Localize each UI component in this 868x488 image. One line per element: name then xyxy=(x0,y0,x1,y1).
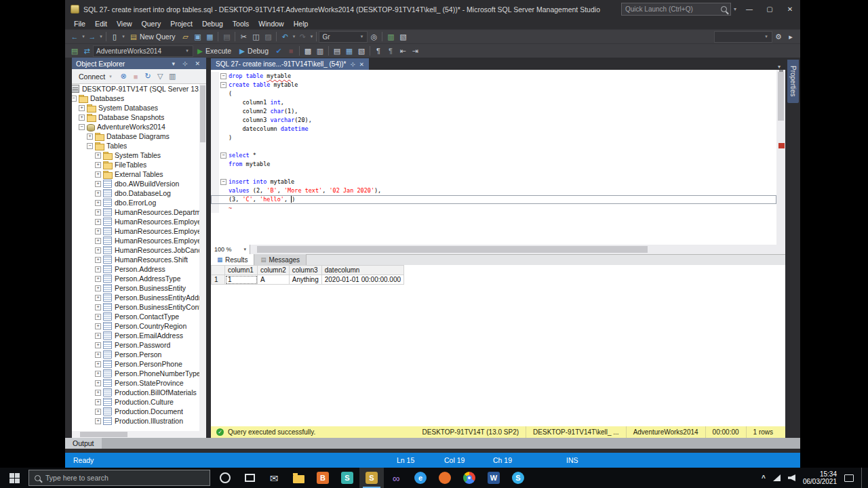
code-line[interactable]: from mytable xyxy=(211,160,776,169)
tree-expander[interactable]: + xyxy=(95,304,101,310)
uncomment-icon[interactable]: ¶ xyxy=(384,45,397,57)
tree-expander[interactable]: + xyxy=(95,352,101,358)
quick-launch-dropdown-icon[interactable]: ▾ xyxy=(731,6,739,12)
close-button[interactable]: ✕ xyxy=(780,0,800,18)
code-line[interactable]: column2 char(1), xyxy=(211,107,776,116)
tree-expander[interactable]: + xyxy=(95,285,101,291)
tree-item[interactable]: +dbo.ErrorLog xyxy=(95,198,206,207)
results-file-icon[interactable]: ▧ xyxy=(355,45,368,57)
scrollbar-thumb[interactable] xyxy=(778,72,784,121)
quick-launch-box[interactable]: Quick Launch (Ctrl+Q) xyxy=(621,3,731,16)
grid-cell[interactable]: A xyxy=(258,275,290,285)
dropdown-arrow-icon[interactable]: ▾ xyxy=(309,34,314,39)
execution-plan-icon[interactable]: ▩ xyxy=(302,45,314,57)
tree-item[interactable]: +Database Snapshots xyxy=(79,113,206,122)
tree-expander[interactable]: + xyxy=(95,238,101,244)
document-tab[interactable]: SQL 27- create inse...-91TV14T\kell_ (54… xyxy=(211,58,369,70)
client-statistics-icon[interactable]: ▥ xyxy=(314,45,326,57)
tree-item[interactable]: +Person.AddressType xyxy=(95,274,206,283)
settings-icon[interactable]: ⚙ xyxy=(772,30,785,43)
tree-item[interactable]: +Person.EmailAddress xyxy=(95,331,206,340)
code-line[interactable]: −create table mytable xyxy=(211,81,776,89)
tree-item[interactable]: −Tables xyxy=(87,141,206,150)
tree-item[interactable]: +System Tables xyxy=(95,150,206,160)
column-header[interactable]: column2 xyxy=(258,266,290,275)
tree-expander[interactable]: + xyxy=(95,418,101,424)
cancel-query-icon[interactable]: ■ xyxy=(285,45,297,57)
forward-icon[interactable]: → xyxy=(86,30,98,43)
fold-collapse-icon[interactable]: − xyxy=(220,82,226,88)
filter-icon[interactable]: ▽ xyxy=(154,70,166,83)
parse-icon[interactable]: ✔ xyxy=(273,45,285,57)
tree-item[interactable]: −AdventureWorks2014 xyxy=(79,122,206,131)
zoom-selector[interactable]: 100 % ▾ xyxy=(211,245,250,254)
code-line[interactable]: column1 int, xyxy=(211,98,776,107)
dropdown-arrow-icon[interactable]: ▾ xyxy=(764,34,769,39)
tree-expander[interactable]: + xyxy=(95,162,101,168)
tree-expander[interactable]: + xyxy=(95,190,101,197)
panel-menu-icon[interactable]: ▾ xyxy=(170,60,177,67)
store-icon[interactable]: S xyxy=(335,468,359,488)
code-line[interactable] xyxy=(211,142,776,151)
dropdown-arrow-icon[interactable]: ▾ xyxy=(359,34,364,39)
column-header[interactable]: datecolumn xyxy=(321,266,403,275)
results-text-icon[interactable]: ▤ xyxy=(331,45,343,57)
menu-file[interactable]: File xyxy=(69,20,90,28)
tree-expander[interactable]: + xyxy=(95,247,101,253)
tree-item[interactable]: +Person.Address xyxy=(95,264,206,274)
print-icon[interactable]: ▤ xyxy=(220,30,233,43)
code-line[interactable]: ) xyxy=(211,134,776,142)
tab-output[interactable]: Output xyxy=(65,438,102,449)
find-combo[interactable]: Gr▾ xyxy=(319,31,368,43)
grid-cell[interactable]: 1 xyxy=(225,275,258,285)
tree-expander[interactable]: + xyxy=(95,323,101,329)
tree-item[interactable]: +Person.PhoneNumberType xyxy=(95,369,206,378)
tree-item[interactable]: +Person.BusinessEntityContact xyxy=(95,302,206,312)
tree-expander[interactable]: + xyxy=(95,314,101,320)
editor-vertical-scrollbar[interactable] xyxy=(776,70,785,245)
menu-debug[interactable]: Debug xyxy=(197,20,228,28)
dropdown-arrow-icon[interactable]: ▾ xyxy=(291,34,296,39)
tree-item[interactable]: −DESKTOP-91TV14T (SQL Server 13.0.5103.6… xyxy=(72,84,206,94)
edge-icon[interactable]: e xyxy=(408,468,433,488)
maximize-button[interactable]: ▢ xyxy=(760,0,780,18)
tree-item[interactable]: +System Databases xyxy=(79,103,206,113)
hidden-icons-chevron[interactable]: ^ xyxy=(762,474,766,482)
taskbar-search-box[interactable]: Type here to search xyxy=(28,470,210,486)
object-explorer-vertical-scrollbar[interactable] xyxy=(199,84,206,431)
tree-item[interactable]: +Production.BillOfMaterials xyxy=(95,388,206,397)
execute-button[interactable]: ▶Execute xyxy=(193,45,235,57)
start-button[interactable] xyxy=(0,468,28,488)
show-desktop-button[interactable] xyxy=(861,468,865,488)
tree-item[interactable]: +Database Diagrams xyxy=(87,131,206,141)
tree-item[interactable]: +Person.StateProvince xyxy=(95,378,206,388)
dropdown-arrow-icon[interactable]: ▾ xyxy=(98,34,104,39)
menu-tools[interactable]: Tools xyxy=(228,20,254,28)
cortana-icon[interactable] xyxy=(213,468,237,488)
tree-item[interactable]: +Production.Document xyxy=(95,407,206,416)
tab-results[interactable]: ▦ Results xyxy=(211,254,254,265)
column-header[interactable]: column3 xyxy=(289,266,321,275)
tree-expander[interactable]: − xyxy=(87,143,93,149)
toolbar-combo[interactable]: ▾ xyxy=(714,31,772,43)
back-icon[interactable]: ← xyxy=(68,30,81,43)
column-header[interactable]: column1 xyxy=(225,266,258,275)
dropdown-arrow-icon[interactable]: ▾ xyxy=(81,34,86,39)
menu-help[interactable]: Help xyxy=(289,20,313,28)
tree-expander[interactable]: + xyxy=(95,181,101,187)
tree-item[interactable]: +Production.Illustration xyxy=(95,416,206,426)
menu-project[interactable]: Project xyxy=(165,20,197,28)
debug-button[interactable]: ▶Debug xyxy=(235,45,273,57)
tree-expander[interactable]: + xyxy=(95,200,101,206)
copy-icon[interactable]: ◫ xyxy=(250,30,262,43)
comment-icon[interactable]: ¶ xyxy=(372,45,384,57)
fold-collapse-icon[interactable]: − xyxy=(220,179,226,185)
connect-button[interactable]: Connect▾ xyxy=(75,70,117,83)
tree-expander[interactable]: + xyxy=(95,399,101,405)
code-line[interactable]: values (2, 'B', 'More text', '02 Jan 202… xyxy=(211,186,776,195)
code-line[interactable]: −insert into mytable xyxy=(211,178,776,186)
row-header[interactable]: 1 xyxy=(212,275,225,285)
code-line[interactable]: datecolumn datetime xyxy=(211,125,776,134)
tree-expander[interactable]: + xyxy=(79,105,85,111)
firefox-icon[interactable] xyxy=(433,468,457,488)
